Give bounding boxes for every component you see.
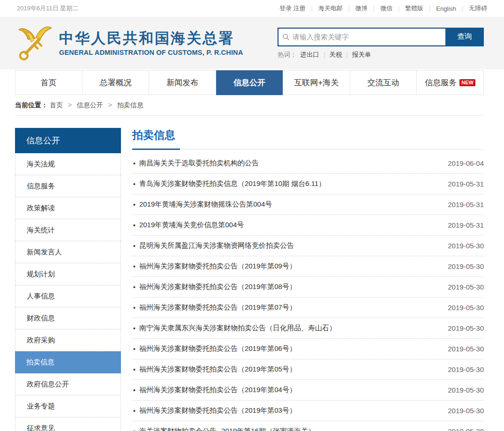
list-item-link[interactable]: 福州海关涉案财物委托拍卖公告（2019年第08号） — [139, 282, 296, 291]
topbar-link[interactable]: 微博 — [355, 4, 380, 13]
list-item-link[interactable]: 福州海关涉案财物委托拍卖公告（2019年第05号） — [139, 365, 296, 374]
topbar-link[interactable]: 无障碍 — [469, 4, 487, 13]
nav-item-label: 信息公开 — [233, 77, 265, 88]
sidebar-item[interactable]: 业务专题 — [15, 395, 120, 417]
sidebar-item-label: 拍卖信息 — [26, 358, 54, 366]
sidebar-item[interactable]: 政策解读 — [15, 197, 120, 219]
nav-item[interactable]: 信息公开 — [216, 70, 283, 95]
current-date: 2019年6月11日 星期二 — [17, 4, 78, 13]
breadcrumb-link[interactable]: 信息公开 — [77, 101, 103, 109]
sidebar-item[interactable]: 信息服务 — [15, 175, 120, 197]
list-item-date: 2019-05-30 — [442, 345, 484, 353]
list-item: 2019年黄埔海关竞价信息第004号 2019-05-31 — [132, 215, 484, 236]
breadcrumb-link[interactable]: 首页 — [50, 101, 63, 109]
sidebar-item-label: 新闻发言人 — [27, 248, 62, 256]
sidebar-item[interactable]: 政府信息公开 — [15, 373, 120, 395]
nav-item[interactable]: 新闻发布 — [149, 71, 216, 95]
hotword-links: 进出口关税报关单 — [301, 51, 371, 59]
hotword-link[interactable]: 报关单 — [352, 51, 371, 58]
topbar-link[interactable]: 繁體版 — [405, 4, 436, 13]
breadcrumb-item: 首页 > — [50, 101, 77, 109]
sidebar-item[interactable]: 海关法规 — [15, 153, 120, 175]
list-item-link[interactable]: 福州海关涉案财物委托拍卖公告（2019年第09号） — [139, 262, 296, 271]
topbar-link[interactable]: 海关电邮 — [318, 4, 355, 13]
breadcrumb: 当前位置： 首页 > 信息公开 > 拍卖信息 — [15, 95, 484, 116]
list-item-date: 2019-05-30 — [442, 283, 484, 291]
nav-item[interactable]: 交流互动 — [350, 71, 417, 95]
sidebar-item[interactable]: 政府采购 — [15, 329, 120, 351]
list-item-link[interactable]: 2019年黄埔海关涉案财物摇珠公告第004号 — [139, 200, 272, 209]
list-item: 福州海关涉案财物委托拍卖公告（2019年第04号） 2019-05-30 — [132, 380, 484, 401]
list-item: 海关涉案财物拍卖会公告--2019年第16期（张家港海关） 2019-05-29 — [132, 421, 484, 431]
content-area: 信息公开 海关法规 信息服务 政策解读 海关统计 新闻发言人 规划计划 人事信息… — [15, 128, 484, 431]
sidebar-menu: 海关法规 信息服务 政策解读 海关统计 新闻发言人 规划计划 人事信息 财政信息… — [15, 153, 120, 431]
list-item: 福州海关涉案财物委托拍卖公告（2019年第03号） 2019-05-30 — [132, 401, 484, 421]
nav-item-label: 首页 — [41, 77, 57, 88]
sidebar-item[interactable]: 征求意见 — [15, 417, 120, 431]
topbar-link[interactable]: 微信 — [380, 4, 405, 13]
nav-item[interactable]: 总署概况 — [83, 71, 150, 95]
sidebar-item-label: 财政信息 — [27, 314, 55, 322]
list-item: 福州海关涉案财物委托拍卖公告（2019年第06号） 2019-05-30 — [132, 339, 484, 359]
list-item-link[interactable]: 2019年黄埔海关竞价信息第004号 — [139, 221, 244, 230]
sidebar-item-label: 海关法规 — [27, 160, 55, 168]
search-button[interactable]: 查询 — [445, 28, 484, 46]
list-item-link[interactable]: 福州海关涉案财物委托拍卖公告（2019年第04号） — [139, 386, 296, 394]
sidebar-item-label: 信息服务 — [27, 182, 55, 190]
list-item-link[interactable]: 南昌海关关于选取委托拍卖机构的公告 — [139, 159, 259, 168]
topbar-link[interactable]: English — [436, 5, 469, 12]
nav-item-label: 信息服务 — [425, 77, 457, 88]
list-item-date: 2019-05-30 — [442, 304, 484, 312]
list-item-date: 2019-05-30 — [442, 242, 484, 250]
nav-item-label: 新闻发布 — [166, 77, 198, 88]
list-item-date: 2019-05-30 — [442, 407, 484, 415]
breadcrumb-link[interactable]: 拍卖信息 — [117, 101, 143, 109]
search-box — [278, 28, 445, 46]
list-item-link[interactable]: 青岛海关涉案财物委托拍卖信息（2019年第10期 烟台6.11） — [139, 179, 325, 188]
list-item-link[interactable]: 福州海关涉案财物委托拍卖公告（2019年第06号） — [139, 344, 296, 353]
search-icon — [282, 33, 290, 41]
list-item: 南昌海关关于选取委托拍卖机构的公告 2019-06-04 — [132, 153, 484, 174]
site-header: 中华人民共和国海关总署 GENERAL ADMINISTRATION OF CU… — [0, 17, 504, 69]
main-content: 拍卖信息 南昌海关关于选取委托拍卖机构的公告 2019-06-04 青岛海关涉案… — [132, 128, 484, 431]
hotword-link[interactable]: 关税 — [330, 51, 353, 58]
sidebar: 信息公开 海关法规 信息服务 政策解读 海关统计 新闻发言人 规划计划 人事信息… — [15, 128, 121, 431]
sidebar-item[interactable]: 财政信息 — [15, 307, 120, 329]
sidebar-item-label: 政府信息公开 — [27, 380, 69, 388]
hotword-link[interactable]: 进出口 — [301, 51, 330, 58]
sidebar-item[interactable]: 规划计划 — [15, 263, 120, 285]
nav-item[interactable]: 信息服务 NEW — [417, 71, 483, 95]
brand-text: 中华人民共和国海关总署 GENERAL ADMINISTRATION OF CU… — [59, 30, 243, 56]
list-item-link[interactable]: 南宁海关隶属东兴海关涉案财物拍卖公告（日化用品、寿山石） — [139, 324, 336, 333]
search-input[interactable] — [293, 33, 442, 41]
list-item-link[interactable]: 福州海关涉案财物委托拍卖公告（2019年第07号） — [139, 303, 296, 312]
breadcrumb-trail: 首页 > 信息公开 > 拍卖信息 — [50, 101, 143, 109]
main-nav: 首页 总署概况 新闻发布 信息公开 互联网+海关 交流互动 信息服务 NEW — [15, 70, 484, 95]
nav-item[interactable]: 互联网+海关 — [283, 71, 350, 95]
sidebar-item[interactable]: 人事信息 — [15, 285, 120, 307]
sidebar-title: 信息公开 — [15, 128, 121, 153]
list-item-date: 2019-05-29 — [442, 427, 484, 431]
nav-item[interactable]: 首页 — [15, 71, 83, 95]
site-logo[interactable]: 中华人民共和国海关总署 GENERAL ADMINISTRATION OF CU… — [16, 23, 243, 63]
new-badge: NEW — [459, 79, 475, 86]
list-item-date: 2019-06-04 — [442, 159, 484, 167]
sidebar-item-label: 政府采购 — [27, 336, 55, 344]
list-item-date: 2019-05-31 — [442, 180, 484, 188]
list-item-link[interactable]: 福州海关涉案财物委托拍卖公告（2019年第03号） — [139, 406, 296, 415]
list-item-link[interactable]: 海关涉案财物拍卖会公告--2019年第16期（张家港海关） — [139, 427, 315, 431]
list-item-date: 2019-05-31 — [442, 201, 484, 208]
sidebar-item[interactable]: 海关统计 — [15, 219, 120, 241]
list-item-date: 2019-05-30 — [442, 386, 484, 394]
sidebar-item[interactable]: 拍卖信息 — [15, 351, 121, 373]
list-item-date: 2019-05-30 — [442, 262, 484, 270]
nav-item-label: 总署概况 — [100, 77, 132, 88]
breadcrumb-label: 当前位置： — [15, 101, 48, 109]
topbar-link[interactable]: 登录 注册 — [279, 4, 318, 13]
list-item-date: 2019-05-30 — [442, 324, 484, 332]
list-item-link[interactable]: 昆明海关所属盈江海关涉案物资网络竞价拍卖公告 — [139, 241, 294, 250]
hotwords-label: 热词： — [278, 51, 297, 59]
sidebar-item-label: 业务专题 — [27, 402, 55, 410]
sidebar-item-label: 政策解读 — [27, 204, 55, 212]
sidebar-item[interactable]: 新闻发言人 — [15, 241, 120, 263]
